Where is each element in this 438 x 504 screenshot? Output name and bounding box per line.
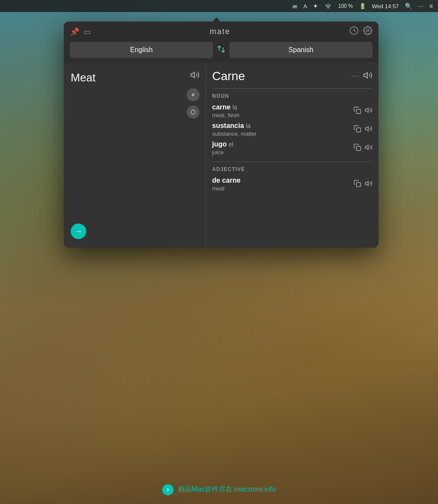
- entry-jugo-actions: [354, 143, 372, 153]
- expand-icon: ⬡: [191, 109, 196, 115]
- menu-bar-list-icon[interactable]: ≡: [429, 3, 433, 9]
- more-options-button[interactable]: ···: [351, 72, 360, 80]
- entry-de-carne-actions: [354, 180, 372, 189]
- entry-carne-content: carne la meat, flesh: [212, 103, 354, 118]
- svg-marker-5: [366, 108, 369, 112]
- entry-jugo: jugo el juice: [212, 139, 372, 157]
- entry-carne-actions: [354, 106, 372, 116]
- translation-actions: ···: [351, 71, 372, 82]
- menu-bar-ae-icon[interactable]: æ: [292, 3, 297, 9]
- navigate-button[interactable]: →: [71, 224, 86, 239]
- entry-carne-def: meat, flesh: [212, 112, 354, 118]
- entry-carne: carne la meat, flesh: [212, 102, 372, 120]
- language-row: English Spanish: [64, 42, 379, 62]
- title-bar: 📌 ▭ mate: [64, 22, 379, 42]
- menu-bar-a-icon[interactable]: A: [303, 3, 307, 9]
- clear-button[interactable]: ×: [187, 88, 200, 101]
- noun-label: NOUN: [212, 93, 372, 99]
- pin-icon[interactable]: 📌: [70, 27, 79, 37]
- menu-bar-bluetooth-icon[interactable]: ✦: [313, 3, 318, 9]
- entry-jugo-copy-icon[interactable]: [354, 143, 361, 153]
- popup-window: 📌 ▭ mate English: [64, 22, 379, 248]
- svg-point-1: [366, 29, 369, 32]
- entry-de-carne-word: de carne: [212, 177, 354, 184]
- entry-jugo-word: jugo el: [212, 140, 354, 148]
- menu-bar-battery-text: 100 %: [338, 3, 353, 9]
- target-language-button[interactable]: Spanish: [229, 42, 372, 58]
- clear-icon: ×: [191, 91, 195, 98]
- right-panel: Carne ··· NOUN: [206, 62, 379, 248]
- menu-bar-wifi-icon[interactable]: [324, 3, 332, 10]
- svg-rect-6: [357, 128, 361, 132]
- settings-icon[interactable]: [363, 26, 372, 37]
- entry-sustancia-actions: [354, 125, 372, 134]
- svg-rect-10: [357, 182, 361, 187]
- watermark-label: 精品Mac软件尽在 macstore.info: [178, 485, 276, 493]
- watermark-nav-icon: [162, 484, 173, 495]
- source-speak-button[interactable]: [190, 70, 200, 82]
- entry-carne-term: carne: [212, 103, 231, 111]
- title-bar-left: 📌 ▭: [70, 27, 91, 37]
- source-language-button[interactable]: English: [70, 42, 213, 58]
- entry-jugo-content: jugo el juice: [212, 140, 354, 156]
- entry-sustancia-speak-icon[interactable]: [365, 125, 372, 134]
- entry-de-carne-copy-icon[interactable]: [354, 180, 361, 189]
- entry-jugo-def: juice: [212, 149, 354, 156]
- content-area: Meat × ⬡ → Carne ···: [64, 62, 379, 248]
- entry-carne-copy-icon[interactable]: [354, 106, 361, 116]
- menu-bar-search-icon[interactable]: 🔍: [405, 3, 412, 9]
- popup-arrow: [211, 17, 222, 23]
- entry-jugo-speak-icon[interactable]: [365, 143, 372, 153]
- menu-bar-items: æ A ✦ 100 % 🔋 Wed 14:57 🔍 ··· ≡: [292, 3, 433, 10]
- entry-sustancia-word: sustancia la: [212, 122, 354, 130]
- svg-rect-4: [357, 109, 361, 113]
- entry-de-carne-term: de carne: [212, 177, 241, 184]
- svg-marker-7: [366, 126, 369, 131]
- svg-marker-3: [364, 72, 367, 78]
- entry-sustancia-term: sustancia: [212, 122, 244, 129]
- entry-de-carne-content: de carne meat: [212, 177, 354, 192]
- entry-sustancia-copy-icon[interactable]: [354, 125, 361, 134]
- entry-carne-word: carne la: [212, 103, 354, 111]
- divider-1: [212, 88, 372, 89]
- menu-bar: æ A ✦ 100 % 🔋 Wed 14:57 🔍 ··· ≡: [0, 0, 438, 12]
- divider-2: [212, 162, 372, 162]
- title-bar-right: [349, 26, 372, 37]
- menu-bar-more-icon[interactable]: ···: [418, 3, 423, 9]
- source-word: Meat: [71, 71, 96, 84]
- entry-sustancia: sustancia la substance, matter: [212, 120, 372, 139]
- entry-carne-speak-icon[interactable]: [365, 106, 372, 116]
- note-icon[interactable]: ▭: [84, 27, 91, 37]
- svg-marker-2: [191, 72, 194, 78]
- svg-marker-11: [366, 181, 369, 186]
- watermark-text: 精品Mac软件尽在 macstore.info: [162, 484, 275, 495]
- entry-sustancia-def: substance, matter: [212, 131, 354, 137]
- entry-de-carne-speak-icon[interactable]: [365, 180, 372, 189]
- app-title: mate: [91, 27, 349, 36]
- svg-rect-8: [357, 146, 361, 150]
- entry-sustancia-gender: la: [246, 122, 250, 129]
- menu-bar-time: Wed 14:57: [372, 3, 399, 9]
- entry-de-carne: de carne meat: [212, 175, 372, 193]
- entry-sustancia-content: sustancia la substance, matter: [212, 122, 354, 137]
- history-icon[interactable]: [349, 26, 359, 37]
- translation-speak-button[interactable]: [363, 71, 372, 82]
- expand-button[interactable]: ⬡: [187, 106, 200, 118]
- entry-de-carne-def: meat: [212, 185, 354, 192]
- translation-header: Carne ···: [212, 69, 372, 83]
- svg-marker-9: [366, 145, 369, 149]
- menu-bar-battery-icon: 🔋: [359, 3, 366, 9]
- swap-languages-icon[interactable]: [216, 44, 226, 56]
- entry-jugo-term: jugo: [212, 140, 227, 148]
- left-panel: Meat × ⬡ →: [64, 62, 206, 248]
- entry-jugo-gender: el: [228, 141, 233, 148]
- translation-word: Carne: [212, 69, 245, 83]
- adjective-label: ADJECTIVE: [212, 166, 372, 172]
- entry-carne-gender: la: [232, 104, 237, 111]
